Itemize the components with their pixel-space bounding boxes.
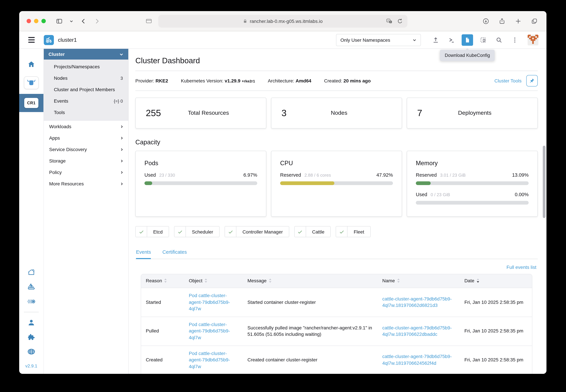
extensions-icon[interactable] xyxy=(27,333,35,341)
stat-total-resources[interactable]: 255 Total Resources xyxy=(135,98,266,128)
search-button[interactable] xyxy=(493,34,505,46)
sidebar-item-tools[interactable]: Tools xyxy=(44,107,128,118)
gauge-title: Pods xyxy=(145,160,257,167)
full-events-list-link[interactable]: Full events list xyxy=(507,265,536,270)
cluster-manager-icon[interactable] xyxy=(24,76,39,89)
sidebar-section-cluster[interactable]: Cluster xyxy=(44,49,128,59)
sidebar-nav: Cluster Projects/Namespaces Nodes 3 Clus… xyxy=(44,49,129,374)
event-name-link[interactable]: cattle-cluster-agent-79db6d75b9-4ql7w.18… xyxy=(382,296,452,308)
column-header-name[interactable]: Name xyxy=(377,274,460,288)
cluster-meta-row: Provider: RKE2 Kubernetes Version: v1.29… xyxy=(135,71,538,91)
column-header-message[interactable]: Message xyxy=(243,274,377,288)
component-status-row: Etcd Scheduler Controller Manager Cattle xyxy=(135,226,538,237)
sidebar-item-projects-namespaces[interactable]: Projects/Namespaces xyxy=(44,61,128,72)
translate-icon[interactable]: AA xyxy=(386,18,392,24)
global-settings-icon[interactable] xyxy=(27,348,35,356)
sort-desc-icon xyxy=(477,278,479,283)
sort-icon xyxy=(397,278,400,283)
cell-date: Fri, Jan 10 2025 2:58:35 pm xyxy=(460,288,532,317)
sidebar-group-workloads[interactable]: Workloads xyxy=(44,121,128,132)
gauge-title: Memory xyxy=(416,160,529,167)
sidebar-group-label: Storage xyxy=(49,158,66,164)
sidebar-item-events[interactable]: Events {=} 0 xyxy=(44,95,128,107)
meta-kubernetes-version: Kubernetes Version: v1.29.9 +rke2r1 xyxy=(181,78,255,84)
kubectl-shell-button[interactable] xyxy=(446,34,457,46)
stat-nodes[interactable]: 3 Nodes xyxy=(271,98,402,128)
namespace-filter-value: Only User Namespaces xyxy=(340,37,390,42)
sort-icon xyxy=(204,278,207,283)
zoom-window-button[interactable] xyxy=(42,19,46,23)
sidebar-group-service-discovery[interactable]: Service Discovery xyxy=(44,144,128,155)
main-content: Cluster Dashboard Provider: RKE2 Kuberne… xyxy=(129,49,547,374)
event-name-link[interactable]: cattle-cluster-agent-79db6d75b9-4ql7w.18… xyxy=(382,325,452,337)
users-auth-icon[interactable] xyxy=(27,319,35,327)
namespace-filter-select[interactable]: Only User Namespaces xyxy=(336,34,421,46)
progress-bar xyxy=(280,181,393,185)
sidebar-item-cluster-members[interactable]: Cluster and Project Members xyxy=(44,84,128,95)
column-header-reason[interactable]: Reason xyxy=(141,274,184,288)
forward-icon[interactable] xyxy=(94,18,100,24)
sidebar-group-storage[interactable]: Storage xyxy=(44,155,128,167)
scrollbar-thumb[interactable] xyxy=(543,146,545,218)
address-bar[interactable]: rancher.lab-0.mx-g05.ws.itmlabs.io AA xyxy=(158,15,407,28)
cluster-management-icon[interactable] xyxy=(27,297,35,306)
back-icon[interactable] xyxy=(80,18,87,24)
sidebar-group-more-resources[interactable]: More Resources xyxy=(44,178,128,189)
sidebar-item-label: Cluster and Project Members xyxy=(54,87,115,92)
cell-date: Fri, Jan 10 2025 2:58:35 pm xyxy=(460,317,532,346)
object-link[interactable]: Pod cattle-cluster-agent-79db6d75b9-4ql7… xyxy=(189,322,230,340)
stat-value: 255 xyxy=(146,108,161,118)
home-icon[interactable] xyxy=(27,60,35,68)
status-cattle: Cattle xyxy=(294,226,331,237)
chevron-down-icon xyxy=(412,38,417,42)
tab-overview-icon[interactable] xyxy=(531,18,538,24)
page-settings-icon[interactable] xyxy=(145,18,152,24)
copy-kubeconfig-button[interactable] xyxy=(478,34,489,46)
cluster-tools-link[interactable]: Cluster Tools xyxy=(494,78,522,84)
minimize-window-button[interactable] xyxy=(34,19,38,23)
new-tab-icon[interactable] xyxy=(515,18,522,24)
stat-deployments[interactable]: 7 Deployments xyxy=(407,98,538,128)
capacity-gauges: Pods Used 23 / 330 6.97% CPU xyxy=(135,151,538,217)
status-label: Etcd xyxy=(147,226,169,237)
column-header-date[interactable]: Date xyxy=(460,274,532,288)
column-header-object[interactable]: Object xyxy=(184,274,243,288)
object-link[interactable]: Pod cattle-cluster-agent-79db6d75b9-4ql7… xyxy=(189,350,230,369)
events-table-wrap: Reason Object Message Name Date Started xyxy=(135,274,538,374)
sidebar-toggle-icon[interactable] xyxy=(56,18,63,24)
gauge-row-detail: 3.01 / 23 GiB xyxy=(440,173,466,178)
tab-certificates[interactable]: Certificates xyxy=(162,249,187,259)
cluster-badge[interactable]: CR1 xyxy=(24,98,38,108)
event-name-link[interactable]: cattle-cluster-agent-79db6d75b9-4ql7w.18… xyxy=(382,354,452,366)
pin-button[interactable] xyxy=(526,75,538,86)
sidebar-group-apps[interactable]: Apps xyxy=(44,132,128,144)
reload-icon[interactable] xyxy=(397,18,403,24)
import-yaml-button[interactable] xyxy=(430,34,441,46)
object-link[interactable]: Pod cattle-cluster-agent-79db6d75b9-4ql7… xyxy=(189,293,230,311)
progress-bar xyxy=(416,201,529,205)
main-menu-icon[interactable] xyxy=(28,37,35,43)
sidebar-item-label: Projects/Namespaces xyxy=(54,64,100,69)
status-etcd: Etcd xyxy=(135,226,169,237)
user-avatar[interactable] xyxy=(528,34,538,45)
tab-events[interactable]: Events xyxy=(136,249,151,259)
chevron-right-icon xyxy=(120,136,124,140)
close-window-button[interactable] xyxy=(27,19,31,23)
app-version[interactable]: v2.9.1 xyxy=(25,364,37,368)
downloads-icon[interactable] xyxy=(482,18,489,24)
virtualization-management-icon[interactable] xyxy=(27,268,35,277)
share-icon[interactable] xyxy=(499,18,505,24)
gauge-row-percent: 6.97% xyxy=(244,172,257,178)
sidebar-item-nodes[interactable]: Nodes 3 xyxy=(44,72,128,84)
sidebar-group-policy[interactable]: Policy xyxy=(44,167,128,178)
cluster-logo-icon[interactable] xyxy=(44,35,54,45)
status-label: Scheduler xyxy=(186,226,219,237)
download-kubeconfig-button[interactable]: Download KubeConfig xyxy=(462,34,473,46)
sidebar-group-label: Apps xyxy=(49,135,60,141)
kebab-menu-icon[interactable] xyxy=(509,34,521,46)
tab-group-chevron-icon[interactable] xyxy=(69,19,73,23)
gauge-row-percent: 0.00% xyxy=(515,192,529,197)
sort-icon xyxy=(164,278,167,283)
continuous-delivery-icon[interactable] xyxy=(27,283,35,291)
status-controller-manager: Controller Manager xyxy=(225,226,289,237)
